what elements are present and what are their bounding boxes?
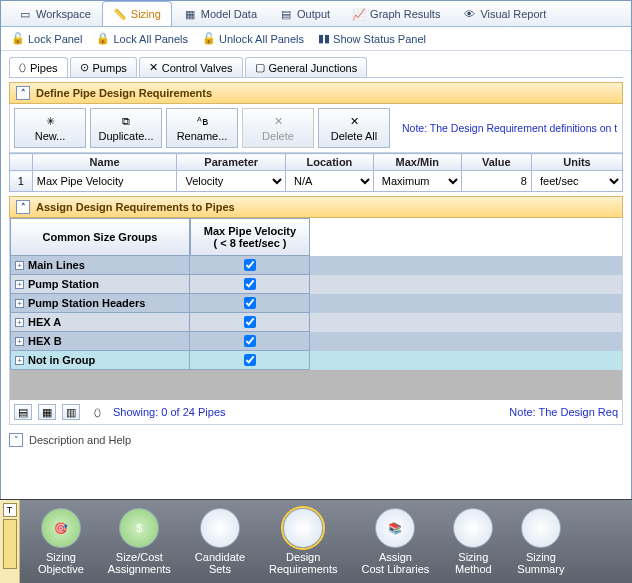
chk-nig[interactable]: [244, 354, 256, 366]
nav-cost-lib-label: Assign Cost Libraries: [361, 551, 429, 575]
nav-sizing-objective[interactable]: 🎯Sizing Objective: [38, 508, 84, 575]
tab-output-label: Output: [297, 8, 330, 20]
assign-section-header: ˄ Assign Design Requirements to Pipes: [9, 196, 623, 218]
show-status-label: Show Status Panel: [333, 33, 426, 45]
tab-sizing[interactable]: 📏Sizing: [102, 1, 172, 26]
lock-panel-button[interactable]: 🔓Lock Panel: [11, 32, 82, 45]
col-rownum: [10, 154, 33, 171]
nav-candidate-sets-label: Candidate Sets: [195, 551, 245, 575]
grid-row-1: 1 Velocity N/A Maximum feet/sec: [10, 171, 623, 192]
group-row-pump-station-headers: +Pump Station Headers: [10, 294, 622, 313]
expand-icon[interactable]: +: [15, 337, 24, 346]
rail-text-button[interactable]: T: [3, 503, 17, 517]
delete-all-icon: ✕: [350, 115, 359, 128]
tab-visual[interactable]: 👁Visual Report: [451, 1, 557, 26]
delete-button[interactable]: ✕Delete: [242, 108, 314, 148]
chk-psh[interactable]: [244, 297, 256, 309]
subtab-pipes-label: Pipes: [30, 62, 58, 74]
sizing-icon: 📏: [113, 7, 127, 21]
subtab-gj-label: General Junctions: [269, 62, 358, 74]
pumps-icon: ⊙: [80, 61, 89, 74]
expand-description-button[interactable]: ˅: [9, 433, 23, 447]
row1-location-select[interactable]: N/A: [286, 171, 373, 191]
view-mode-2-button[interactable]: ▦: [38, 404, 56, 420]
model-data-icon: ▦: [183, 7, 197, 21]
row1-name-input[interactable]: [33, 171, 177, 191]
delete-all-button[interactable]: ✕Delete All: [318, 108, 390, 148]
row1-value-input[interactable]: [462, 171, 531, 191]
col-location: Location: [285, 154, 373, 171]
collapse-assign-button[interactable]: ˄: [16, 200, 30, 214]
group-main-lines-label: Main Lines: [28, 259, 85, 271]
bottom-rail: T: [0, 500, 20, 583]
nav-sizing-method-label: Sizing Method: [455, 551, 492, 575]
expand-icon[interactable]: +: [15, 318, 24, 327]
lock-all-label: Lock All Panels: [113, 33, 188, 45]
tab-output[interactable]: ▤Output: [268, 1, 341, 26]
chk-main-lines[interactable]: [244, 259, 256, 271]
define-section: ˄ Define Pipe Design Requirements ✳New..…: [9, 82, 623, 192]
subtab-general-junctions[interactable]: ▢General Junctions: [245, 57, 368, 77]
group-nig-label: Not in Group: [28, 354, 95, 366]
group-hexb-cell[interactable]: +HEX B: [10, 332, 190, 351]
group-main-lines-cell[interactable]: +Main Lines: [10, 256, 190, 275]
group-row-pump-station: +Pump Station: [10, 275, 622, 294]
chk-hexa[interactable]: [244, 316, 256, 328]
rename-label: Rename...: [177, 130, 228, 142]
group-hexa-cell[interactable]: +HEX A: [10, 313, 190, 332]
view-mode-1-button[interactable]: ▤: [14, 404, 32, 420]
duplicate-label: Duplicate...: [98, 130, 153, 142]
pipes-icon: ⬯: [19, 61, 26, 74]
expand-icon[interactable]: +: [15, 299, 24, 308]
new-button[interactable]: ✳New...: [14, 108, 86, 148]
nav-size-cost[interactable]: $Size/Cost Assignments: [108, 508, 171, 575]
rail-tab-button[interactable]: [3, 519, 17, 569]
expand-icon[interactable]: +: [15, 356, 24, 365]
subtab-control-valves[interactable]: ✕Control Valves: [139, 57, 243, 77]
group-pump-station-cell[interactable]: +Pump Station: [10, 275, 190, 294]
dollar-icon: $: [119, 508, 159, 548]
nav-assign-cost-libraries[interactable]: 📚Assign Cost Libraries: [361, 508, 429, 575]
expand-icon[interactable]: +: [15, 280, 24, 289]
tab-visual-label: Visual Report: [480, 8, 546, 20]
new-icon: ✳: [46, 115, 55, 128]
show-status-button[interactable]: ▮▮Show Status Panel: [318, 32, 426, 45]
nav-sizing-summary[interactable]: ≡Sizing Summary: [517, 508, 564, 575]
subtab-pumps[interactable]: ⊙Pumps: [70, 57, 137, 77]
duplicate-button[interactable]: ⧉Duplicate...: [90, 108, 162, 148]
tab-model-data-label: Model Data: [201, 8, 257, 20]
nav-candidate-sets[interactable]: ≣Candidate Sets: [195, 508, 245, 575]
nav-sizing-method[interactable]: ⇉Sizing Method: [453, 508, 493, 575]
tab-workspace[interactable]: ▭Workspace: [7, 1, 102, 26]
description-bar: ˅ Description and Help: [9, 433, 623, 447]
assign-footer: ▤ ▦ ▥ ⬯ Showing: 0 of 24 Pipes Note: The…: [10, 400, 622, 424]
angle-x-icon: ⟨x⟩: [283, 508, 323, 548]
tab-model-data[interactable]: ▦Model Data: [172, 1, 268, 26]
row1-maxmin-select[interactable]: Maximum: [374, 171, 461, 191]
group-psh-cell[interactable]: +Pump Station Headers: [10, 294, 190, 313]
target-icon: 🎯: [41, 508, 81, 548]
row1-units-select[interactable]: feet/sec: [532, 171, 622, 191]
view-mode-3-button[interactable]: ▥: [62, 404, 80, 420]
expand-icon[interactable]: +: [15, 261, 24, 270]
valve-icon: ✕: [149, 61, 158, 74]
lock-all-button[interactable]: 🔒Lock All Panels: [96, 32, 188, 45]
nav-sizing-summary-label: Sizing Summary: [517, 551, 564, 575]
collapse-define-button[interactable]: ˄: [16, 86, 30, 100]
nav-design-requirements[interactable]: ⟨x⟩Design Requirements: [269, 508, 337, 575]
status-icon: ▮▮: [318, 32, 330, 45]
row1-parameter-select[interactable]: Velocity: [177, 171, 285, 191]
rename-button[interactable]: ᴬʙRename...: [166, 108, 238, 148]
tab-graph[interactable]: 📈Graph Results: [341, 1, 451, 26]
chk-hexb[interactable]: [244, 335, 256, 347]
requirements-grid: Name Parameter Location Max/Min Value Un…: [9, 153, 623, 192]
content-area: ˄ Define Pipe Design Requirements ✳New..…: [1, 78, 631, 425]
chk-pump-station[interactable]: [244, 278, 256, 290]
unlock-all-button[interactable]: 🔓Unlock All Panels: [202, 32, 304, 45]
assign-box: Common Size Groups Max Pipe Velocity ( <…: [9, 218, 623, 425]
subtab-pipes[interactable]: ⬯Pipes: [9, 57, 68, 77]
group-nig-cell[interactable]: +Not in Group: [10, 351, 190, 370]
assign-note: Note: The Design Req: [509, 406, 618, 418]
define-button-row: ✳New... ⧉Duplicate... ᴬʙRename... ✕Delet…: [9, 104, 623, 153]
delete-icon: ✕: [274, 115, 283, 128]
